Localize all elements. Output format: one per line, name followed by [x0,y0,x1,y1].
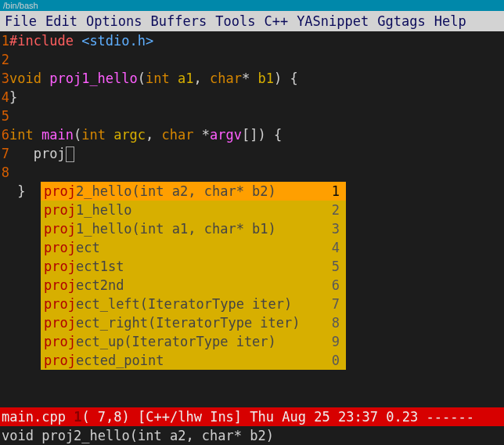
preproc: #include [9,33,74,49]
completion-suffix: ect1st [76,257,124,276]
completion-suffix: ect_right(IteratorType iter) [76,313,301,332]
completion-popup[interactable]: proj2_hello(int a2, char* b2)1proj1_hell… [41,182,346,370]
line-number: 1 [0,31,9,50]
completion-index: 4 [332,238,346,257]
line-number: 2 [0,50,9,69]
completion-prefix: proj [44,351,76,370]
completion-index: 7 [332,295,346,313]
completion-suffix: 1_hello(int a1, char* b1) [76,219,276,238]
menu-tools[interactable]: Tools [215,13,255,30]
completion-item[interactable]: project2nd6 [41,276,346,295]
cursor [66,147,74,162]
completion-suffix: ect_up(IteratorType iter) [76,332,276,351]
completion-suffix: 2_hello(int a2, char* b2) [76,182,276,201]
menu-ggtags[interactable]: Ggtags [377,13,425,30]
completion-item[interactable]: project_up(IteratorType iter)9 [41,332,346,351]
completion-index: 2 [332,201,346,219]
modeline-time: Thu Aug 25 23:37 [250,409,386,425]
function-name: main [41,127,74,143]
completion-item[interactable]: project1st5 [41,257,346,276]
completion-suffix: ect_left(IteratorType iter) [76,295,292,313]
typed-prefix: proj [9,146,66,161]
completion-prefix: proj [44,332,76,351]
completion-suffix: ect2nd [76,276,124,295]
modeline: main.cpp 1( 7,8) [C++/lhw Ins] Thu Aug 2… [0,407,504,426]
menu-buffers[interactable]: Buffers [151,13,207,30]
completion-index: 8 [332,313,346,332]
line-number: 8 [0,163,9,182]
completion-prefix: proj [44,238,76,257]
completion-item[interactable]: projected_point0 [41,351,346,370]
line-number: 7 [0,144,9,163]
completion-suffix: ected_point [76,351,164,370]
completion-index: 0 [332,351,346,370]
keyword: void [9,71,41,86]
menu-options[interactable]: Options [86,13,142,30]
echo-text: void proj2_hello(int a2, char* b2) [2,428,274,443]
echo-area: void proj2_hello(int a2, char* b2) [0,426,504,445]
modeline-position: ( 7,8) [81,409,138,425]
completion-index: 5 [332,257,346,276]
line-number: 3 [0,69,9,88]
completion-prefix: proj [44,276,76,295]
modeline-load: 0.23 [386,409,426,425]
completion-item[interactable]: project_left(IteratorType iter)7 [41,295,346,313]
completion-index: 1 [332,182,346,201]
window-title: /bin/bash [3,1,38,10]
window-titlebar: /bin/bash [0,0,504,11]
completion-suffix: 1_hello [76,201,132,219]
modeline-flag: 1 [74,409,81,425]
completion-index: 3 [332,219,346,238]
menu-file[interactable]: File [5,13,37,30]
completion-item[interactable]: proj1_hello(int a1, char* b1)3 [41,219,346,238]
menu-help[interactable]: Help [434,13,466,30]
menu-yasnippet[interactable]: YASnippet [297,13,369,30]
editor-area[interactable]: 1#include <stdio.h> 2 3void proj1_hello(… [0,31,504,407]
completion-index: 9 [332,332,346,351]
completion-item[interactable]: proj2_hello(int a2, char* b2)1 [41,182,346,201]
include-path: <stdio.h> [81,33,153,49]
menubar: File Edit Options Buffers Tools C++ YASn… [0,11,504,31]
completion-prefix: proj [44,313,76,332]
completion-item[interactable]: project4 [41,238,346,257]
completion-suffix: ect [76,238,100,257]
completion-prefix: proj [44,219,76,238]
modeline-mode: [C++/lhw Ins] [138,409,250,425]
line-number: 6 [0,125,9,144]
completion-item[interactable]: project_right(IteratorType iter)8 [41,313,346,332]
line-number: 4 [0,88,9,107]
modeline-file: main.cpp [2,409,74,425]
completion-item[interactable]: proj1_hello2 [41,201,346,219]
completion-index: 6 [332,276,346,295]
completion-prefix: proj [44,182,76,201]
menu-cpp[interactable]: C++ [264,13,288,30]
function-name: proj1_hello [49,71,138,86]
menu-edit[interactable]: Edit [45,13,77,30]
completion-prefix: proj [44,295,76,313]
completion-prefix: proj [44,257,76,276]
line-number: 5 [0,107,9,125]
completion-prefix: proj [44,201,76,219]
